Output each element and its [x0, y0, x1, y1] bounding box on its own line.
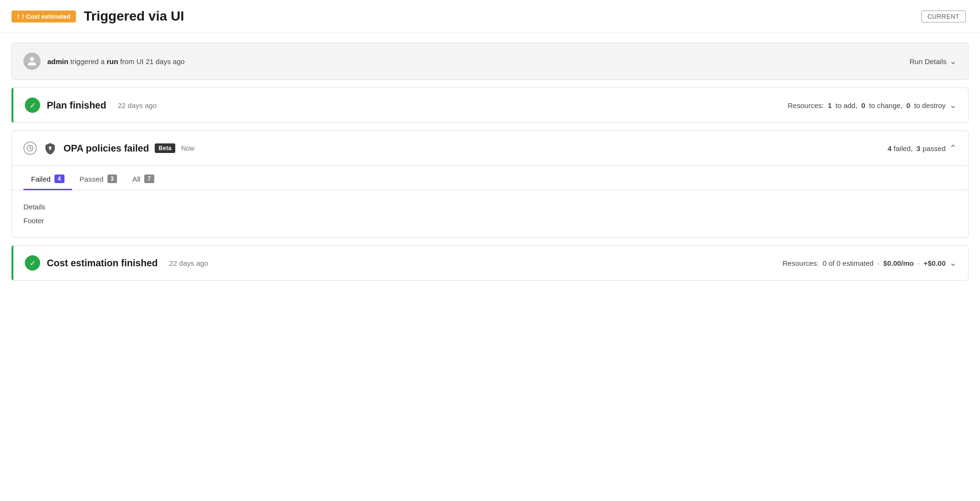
- destroy-count: 0: [906, 101, 910, 109]
- change-count: 0: [861, 101, 865, 109]
- cost-estimated-text: 0 of 0 estimated: [822, 259, 873, 267]
- main-content: admin triggered a run from UI 21 days ag…: [0, 33, 980, 290]
- run-details-label: Run Details: [909, 57, 947, 65]
- run-suffix: from UI 21 days ago: [120, 57, 185, 65]
- tab-all-label: All: [132, 175, 140, 183]
- add-label: to add,: [836, 101, 858, 109]
- check-icon: ✓: [25, 255, 40, 271]
- chevron-up-icon: ⌃: [949, 143, 957, 153]
- cost-estimated-badge: ! ! Cost estimated: [11, 11, 76, 22]
- destroy-label: to destroy: [914, 101, 946, 109]
- svg-point-3: [49, 146, 51, 149]
- plan-card-left: ✓ Plan finished 22 days ago: [25, 98, 157, 113]
- opa-title: OPA policies failed: [64, 143, 149, 154]
- chevron-down-icon: ⌄: [949, 258, 957, 268]
- cost-card-left: ✓ Cost estimation finished 22 days ago: [25, 255, 208, 271]
- add-count: 1: [828, 101, 831, 109]
- exclamation-icon: !: [17, 13, 19, 20]
- run-info-text: admin triggered a run from UI 21 days ag…: [47, 57, 185, 65]
- cost-separator: ·: [877, 259, 879, 267]
- opa-shield-icon: [43, 141, 58, 156]
- tab-all-count: 7: [144, 174, 154, 183]
- check-icon: ✓: [25, 98, 40, 113]
- avatar: [23, 53, 41, 70]
- tab-passed[interactable]: Passed 3: [72, 168, 125, 190]
- opa-card: OPA policies failed Beta Now 4 failed, 3…: [11, 131, 969, 238]
- tab-passed-label: Passed: [80, 175, 104, 183]
- opa-summary: 4 failed, 3 passed ⌃: [888, 143, 957, 153]
- run-info-left: admin triggered a run from UI 21 days ag…: [23, 53, 185, 70]
- clock-icon: [23, 142, 37, 155]
- opa-passed-count: 3: [916, 144, 920, 152]
- chevron-down-icon: ⌄: [949, 100, 957, 110]
- cost-resources-label: Resources:: [783, 259, 819, 267]
- run-details-button[interactable]: Run Details ⌄: [909, 56, 957, 66]
- cost-resources: Resources: 0 of 0 estimated · $0.00/mo ·…: [783, 258, 957, 268]
- cost-plus: +$0.00: [924, 259, 946, 267]
- page-title: Triggered via UI: [84, 9, 184, 24]
- run-user: admin: [47, 57, 68, 65]
- change-label: to change,: [869, 101, 903, 109]
- svg-line-2: [30, 148, 32, 149]
- plan-resources: Resources: 1 to add, 0 to change, 0 to d…: [788, 100, 957, 110]
- page-header: ! ! Cost estimated Triggered via UI CURR…: [0, 0, 980, 33]
- tab-passed-count: 3: [107, 174, 117, 183]
- resources-label: Resources:: [788, 101, 824, 109]
- opa-header-left: OPA policies failed Beta Now: [23, 141, 194, 156]
- tab-failed[interactable]: Failed 4: [23, 168, 72, 190]
- cost-badge-label: ! Cost estimated: [22, 13, 70, 20]
- cost-monthly: $0.00/mo: [883, 259, 914, 267]
- details-item: Details: [23, 200, 957, 214]
- opa-passed-label: passed: [923, 144, 946, 152]
- tab-all[interactable]: All 7: [125, 168, 161, 190]
- run-info-card: admin triggered a run from UI 21 days ag…: [11, 43, 969, 80]
- chevron-down-icon: ⌄: [949, 56, 957, 66]
- current-badge: CURRENT: [921, 11, 966, 22]
- plan-finished-card: ✓ Plan finished 22 days ago Resources: 1…: [11, 87, 969, 123]
- footer-item: Footer: [23, 214, 957, 228]
- opa-failed-count: 4: [888, 144, 892, 152]
- plan-time: 22 days ago: [117, 101, 157, 109]
- beta-badge: Beta: [155, 143, 175, 153]
- opa-failed-label: failed,: [894, 144, 913, 152]
- cost-separator2: ·: [918, 259, 920, 267]
- cost-title: Cost estimation finished: [47, 258, 158, 269]
- cost-estimation-card: ✓ Cost estimation finished 22 days ago R…: [11, 245, 969, 281]
- cost-time: 22 days ago: [169, 259, 208, 267]
- tab-failed-count: 4: [54, 174, 64, 183]
- svg-rect-4: [49, 149, 51, 150]
- tabs-container: Failed 4 Passed 3 All 7: [12, 168, 968, 190]
- run-bold: run: [107, 57, 118, 65]
- plan-title: Plan finished: [47, 100, 106, 111]
- opa-card-header: OPA policies failed Beta Now 4 failed, 3…: [12, 131, 968, 165]
- tab-content: Details Footer: [12, 190, 968, 237]
- divider: [12, 165, 968, 166]
- opa-time: Now: [181, 144, 194, 152]
- tab-failed-label: Failed: [31, 175, 51, 183]
- header-left: ! ! Cost estimated Triggered via UI: [11, 9, 184, 24]
- run-action-text: triggered a: [70, 57, 107, 65]
